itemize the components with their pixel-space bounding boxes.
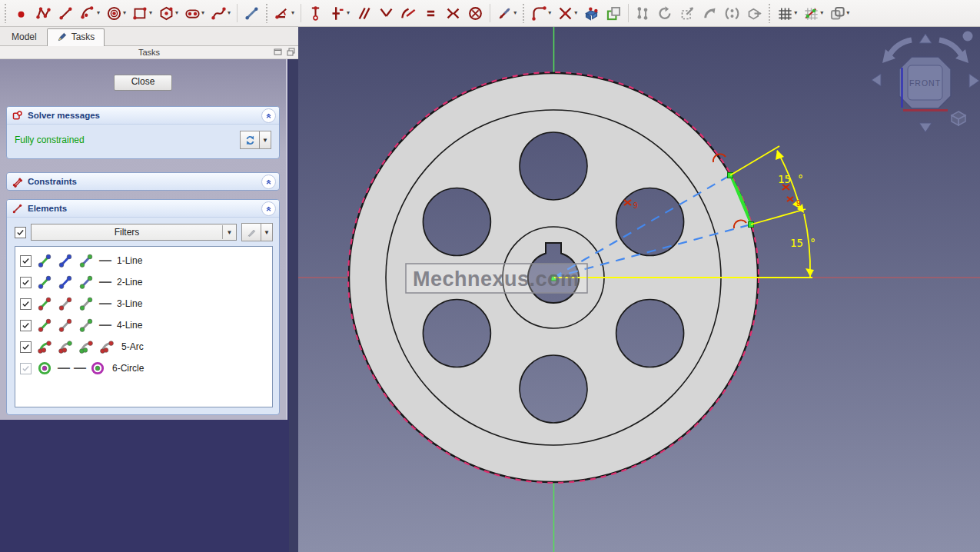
rectangle-button[interactable]: ▾ [130, 3, 154, 24]
driving-constraint-dropdown-arrow[interactable]: ▾ [513, 10, 517, 16]
rectangle-dropdown-arrow[interactable]: ▾ [149, 10, 152, 16]
element-label[interactable]: 2-Line [117, 277, 142, 288]
fillet-dropdown-arrow[interactable]: ▾ [548, 10, 551, 16]
navcube-iso-cube-icon[interactable] [952, 111, 965, 125]
element-row[interactable]: —3-Line [15, 293, 272, 314]
lightening-hole[interactable] [520, 132, 587, 200]
polyline-button[interactable] [33, 3, 54, 24]
lightening-hole[interactable] [423, 300, 490, 367]
construction-mode-button[interactable] [241, 3, 262, 24]
element-visibility-checkbox[interactable] [20, 277, 32, 288]
elements-list[interactable]: —1-Line—2-Line—3-Line—4-Line5-Arc——6-Cir… [15, 246, 273, 407]
rotate-tool-button[interactable] [655, 3, 676, 24]
element-row[interactable]: —2-Line [15, 271, 272, 293]
element-row[interactable]: —1-Line [15, 250, 272, 271]
circle-dropdown-arrow[interactable]: ▾ [123, 10, 126, 16]
tangent-button[interactable] [398, 3, 419, 24]
horizontal-vertical-button[interactable]: ▾ [327, 3, 352, 24]
combo-arrow-icon[interactable]: ▼ [222, 225, 236, 239]
lightening-hole[interactable] [520, 355, 587, 423]
dock-popout-icon[interactable] [287, 48, 295, 56]
equal-button[interactable] [420, 3, 441, 24]
arc-button[interactable]: ▾ [78, 3, 102, 24]
symmetry-tool-button[interactable] [722, 3, 742, 24]
refresh-icon[interactable] [240, 131, 260, 149]
slot-button[interactable]: ▾ [182, 3, 207, 24]
element-row[interactable]: ——6-Circle [15, 357, 272, 379]
refresh-dropdown[interactable]: ▼ [260, 131, 271, 149]
element-row[interactable]: 5-Arc [15, 336, 272, 357]
move-tool-button[interactable] [744, 3, 765, 24]
line-button[interactable] [55, 3, 76, 24]
elements-filter-checkbox[interactable] [15, 227, 26, 238]
circle-button[interactable]: ▾ [104, 3, 128, 24]
settings-dropdown[interactable]: ▼ [261, 223, 273, 241]
element-visibility-checkbox[interactable] [20, 320, 32, 331]
lightening-hole[interactable] [616, 188, 684, 256]
3d-viewport[interactable]: 15 ° 15 ° 9 9 Mechnexus.com [298, 27, 980, 552]
trim-dropdown-arrow[interactable]: ▾ [574, 10, 577, 16]
element-visibility-checkbox[interactable] [20, 363, 32, 374]
collapse-chevron-icon[interactable] [261, 175, 276, 189]
select-dof-button[interactable] [633, 3, 653, 24]
point-button[interactable] [11, 3, 32, 24]
close-button[interactable]: Close [114, 75, 172, 91]
element-visibility-checkbox[interactable] [20, 341, 32, 353]
dimension-button[interactable]: ▾ [272, 3, 297, 24]
block-button[interactable] [465, 3, 486, 24]
settings-pencil-icon[interactable] [241, 223, 261, 241]
toolbar-handle[interactable] [265, 3, 269, 23]
navcube-face-label[interactable]: FRONT [909, 78, 941, 88]
bspline-dropdown-arrow[interactable]: ▾ [228, 10, 231, 16]
dock-float-icon[interactable] [274, 48, 282, 56]
snap-button[interactable]: ▾ [801, 3, 826, 24]
render-order-dropdown-arrow[interactable]: ▾ [846, 10, 849, 16]
angle-dimension-label[interactable]: 15 ° [778, 173, 804, 185]
filters-combobox[interactable]: Filters ▼ [31, 224, 237, 241]
solver-messages-header[interactable]: Solver messages [7, 107, 279, 125]
sketch-canvas[interactable]: 15 ° 15 ° 9 9 Mechnexus.com [298, 27, 980, 552]
navcube-dot[interactable] [963, 32, 973, 42]
toolbar-handle[interactable] [522, 3, 526, 23]
element-settings-split-button[interactable]: ▼ [241, 223, 273, 241]
bend-tool-button[interactable] [699, 3, 720, 24]
tab-tasks[interactable]: Tasks [47, 28, 105, 46]
polygon-dropdown-arrow[interactable]: ▾ [175, 10, 178, 16]
element-label[interactable]: 1-Line [117, 255, 142, 266]
distance-vertical-button[interactable] [305, 3, 326, 24]
constraints-header[interactable]: Constraints [7, 173, 279, 190]
element-label[interactable]: 5-Arc [121, 341, 144, 352]
angle-dimension-label[interactable]: 15 ° [790, 237, 816, 249]
panel-splitter[interactable] [289, 59, 298, 552]
toolbar-handle[interactable] [4, 3, 8, 23]
collapse-chevron-icon[interactable] [261, 108, 276, 123]
scale-tool-button[interactable] [677, 3, 698, 24]
element-label[interactable]: 4-Line [117, 320, 142, 331]
elements-header[interactable]: Elements [7, 200, 279, 218]
symmetric-button[interactable] [443, 3, 463, 24]
polygon-button[interactable]: ▾ [156, 3, 181, 24]
dimension-dropdown-arrow[interactable]: ▾ [291, 10, 294, 16]
collapse-chevron-icon[interactable] [261, 201, 276, 216]
trim-button[interactable]: ▾ [555, 3, 580, 24]
element-visibility-checkbox[interactable] [20, 255, 32, 267]
tab-model[interactable]: Model [2, 28, 47, 45]
grid-button[interactable]: ▾ [775, 3, 799, 24]
toolbar-handle[interactable] [768, 3, 772, 23]
slot-dropdown-arrow[interactable]: ▾ [201, 10, 204, 16]
element-label[interactable]: 3-Line [117, 298, 142, 309]
external-geometry-button[interactable] [581, 3, 602, 24]
perpendicular-button[interactable] [376, 3, 397, 24]
horizontal-vertical-dropdown-arrow[interactable]: ▾ [347, 10, 350, 16]
arc-dropdown-arrow[interactable]: ▾ [97, 10, 100, 16]
lightening-hole[interactable] [616, 300, 684, 367]
refresh-split-button[interactable]: ▼ [240, 131, 271, 149]
render-order-button[interactable]: ▾ [827, 3, 852, 24]
lightening-hole[interactable] [423, 188, 490, 256]
fillet-button[interactable]: ▾ [529, 3, 553, 24]
driving-constraint-button[interactable]: ▾ [494, 3, 519, 24]
bspline-button[interactable]: ▾ [208, 3, 233, 24]
carbon-copy-button[interactable] [603, 3, 624, 24]
parallel-button[interactable] [354, 3, 374, 24]
snap-dropdown-arrow[interactable]: ▾ [820, 10, 823, 16]
